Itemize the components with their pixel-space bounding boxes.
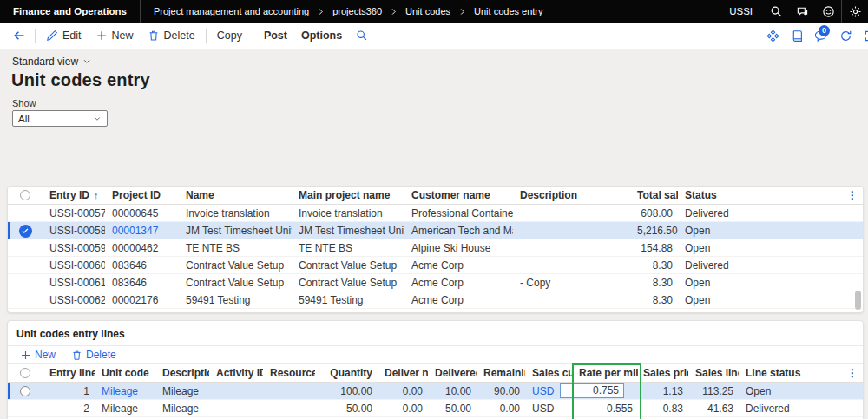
cell-rate-per-mile[interactable]: 0.555 bbox=[574, 400, 638, 417]
lines-delete-button[interactable]: Delete bbox=[64, 349, 123, 361]
column-header-unit-code[interactable]: Unit code bbox=[95, 364, 155, 382]
cell-resource[interactable] bbox=[263, 383, 315, 400]
cell-main-project-name[interactable]: JM Test Timesheet Unit C... bbox=[292, 222, 404, 239]
row-selector[interactable] bbox=[8, 291, 43, 309]
app-name[interactable]: Finance and Operations bbox=[0, 0, 141, 23]
column-header-description[interactable]: Description bbox=[155, 364, 209, 382]
view-selector[interactable]: Standard view bbox=[12, 56, 91, 68]
cell-customer-name[interactable]: Professional Containers a... bbox=[404, 205, 513, 222]
cell-project-id[interactable]: 00002176 bbox=[105, 291, 179, 309]
breadcrumb-item[interactable]: Unit codes bbox=[405, 6, 450, 16]
cell-activity-id[interactable] bbox=[209, 383, 263, 400]
cell-entry-id[interactable]: USSI-00062 bbox=[43, 291, 105, 309]
select-all-cell[interactable] bbox=[8, 187, 43, 204]
cell-customer-name[interactable]: Acme Corp bbox=[404, 291, 513, 309]
column-header-sales-price[interactable]: Sales price bbox=[638, 364, 688, 382]
cell-total-sales[interactable]: 8.30 bbox=[632, 274, 678, 291]
cell-name[interactable]: Contract Value Setup bbox=[179, 274, 292, 291]
cell-rate-per-mile[interactable]: 0.755 bbox=[574, 383, 638, 400]
toolbar-search-icon[interactable] bbox=[349, 23, 375, 49]
column-header-delivered[interactable]: Delivered ... bbox=[428, 364, 477, 382]
cell-resource[interactable] bbox=[263, 400, 315, 417]
refresh-icon[interactable] bbox=[833, 23, 858, 49]
column-header-sales-currency[interactable]: Sales curre... bbox=[525, 364, 574, 382]
cell-deliver-now[interactable]: 0.00 bbox=[378, 383, 428, 400]
breadcrumb-item[interactable]: projects360 bbox=[332, 6, 382, 16]
cell-entry-id[interactable]: USSI-00059 bbox=[43, 239, 105, 257]
cell-total-sales[interactable]: 8.30 bbox=[632, 257, 678, 274]
cell-status[interactable]: Delivered bbox=[678, 257, 842, 274]
cell-main-project-name[interactable]: Contract Value Setup bbox=[292, 257, 404, 274]
cell-deliver-now[interactable]: 0.00 bbox=[378, 400, 428, 417]
cell-sales-price[interactable]: 0.83 bbox=[638, 400, 688, 417]
column-header-status[interactable]: Status bbox=[678, 187, 842, 204]
cell-name[interactable]: TE NTE BS bbox=[179, 239, 292, 257]
cell-delivered[interactable]: 50.00 bbox=[428, 400, 477, 417]
lines-new-button[interactable]: New bbox=[13, 349, 62, 361]
messages-icon[interactable]: 0 bbox=[809, 23, 833, 49]
back-button[interactable] bbox=[7, 23, 31, 49]
column-header-name[interactable]: Name bbox=[179, 187, 292, 204]
cell-status[interactable]: Delivered bbox=[678, 205, 842, 222]
cell-name[interactable]: JM Test Timesheet Unit C... bbox=[179, 222, 292, 239]
column-header-resource[interactable]: Resource bbox=[263, 364, 315, 382]
copy-button[interactable]: Copy bbox=[210, 23, 249, 49]
show-filter-dropdown[interactable]: All bbox=[12, 110, 108, 127]
column-header-activity-id[interactable]: Activity ID bbox=[209, 364, 263, 382]
cell-quantity[interactable]: 50.00 bbox=[315, 400, 378, 417]
company-picker[interactable]: USSI bbox=[719, 6, 763, 16]
guide-book-icon[interactable] bbox=[785, 23, 809, 49]
cell-sales-line-amount[interactable]: 113.25 bbox=[688, 383, 739, 400]
expand-icon[interactable] bbox=[858, 23, 868, 49]
cell-description[interactable] bbox=[513, 222, 632, 239]
cell-status[interactable]: Open bbox=[678, 291, 842, 309]
cell-description[interactable] bbox=[513, 239, 632, 257]
cell-status[interactable]: Open bbox=[678, 274, 842, 291]
cell-project-id[interactable]: 00001347 bbox=[105, 222, 179, 239]
cell-unit-code[interactable]: Mileage bbox=[95, 400, 155, 417]
cell-entry-line[interactable]: 2 bbox=[43, 400, 95, 417]
table-row[interactable]: USSI-000620000217659491 Testing59491 Tes… bbox=[8, 291, 863, 309]
table-row[interactable]: USSI-0005700000645Invoice translationInv… bbox=[8, 205, 863, 222]
cell-sales-line-amount[interactable]: 41.63 bbox=[688, 400, 739, 417]
cell-name[interactable]: Invoice translation bbox=[179, 205, 292, 222]
cell-remaining[interactable]: 0.00 bbox=[477, 400, 525, 417]
cell-main-project-name[interactable]: TE NTE BS bbox=[292, 239, 404, 257]
lines-select-all-cell[interactable] bbox=[8, 364, 43, 382]
search-icon[interactable] bbox=[763, 0, 789, 23]
cell-description[interactable]: - Copy bbox=[513, 274, 632, 291]
cell-unit-code[interactable]: Mileage bbox=[95, 383, 155, 400]
related-records-icon[interactable] bbox=[760, 23, 785, 49]
lines-select-all-radio[interactable] bbox=[20, 368, 30, 378]
row-radio[interactable] bbox=[20, 386, 30, 396]
cell-project-id[interactable]: 00000645 bbox=[105, 205, 179, 222]
edit-button[interactable]: Edit bbox=[39, 23, 89, 49]
cell-remaining[interactable]: 90.00 bbox=[477, 383, 525, 400]
cell-customer-name[interactable]: Acme Corp bbox=[404, 274, 513, 291]
breadcrumb-item[interactable]: Unit codes entry bbox=[474, 6, 542, 16]
table-row[interactable]: USSI-00061083646Contract Value SetupCont… bbox=[8, 274, 863, 291]
cell-name[interactable]: 59491 Testing bbox=[179, 291, 292, 309]
row-selector[interactable] bbox=[8, 274, 43, 291]
delete-button[interactable]: Delete bbox=[141, 23, 202, 49]
row-selector[interactable] bbox=[8, 205, 43, 222]
column-header-quantity[interactable]: Quantity bbox=[315, 364, 378, 382]
row-selector[interactable] bbox=[8, 222, 43, 239]
cell-project-id[interactable]: 083646 bbox=[105, 257, 179, 274]
cell-sales-price[interactable]: 1.13 bbox=[638, 383, 688, 400]
cell-description[interactable] bbox=[513, 205, 632, 222]
cell-sales-currency[interactable]: USD bbox=[525, 400, 574, 417]
breadcrumb-item[interactable]: Project management and accounting bbox=[154, 6, 309, 16]
column-header-entry-id[interactable]: Entry ID↑ bbox=[43, 187, 105, 204]
cell-entry-id[interactable]: USSI-00061 bbox=[43, 274, 105, 291]
cell-total-sales[interactable]: 8.30 bbox=[632, 291, 678, 309]
column-header-project-id[interactable]: Project ID bbox=[105, 187, 179, 204]
settings-gear-icon[interactable] bbox=[842, 0, 868, 23]
cell-total-sales[interactable]: 608.00 bbox=[632, 205, 678, 222]
cell-customer-name[interactable]: Alpine Ski House bbox=[404, 239, 513, 257]
cell-main-project-name[interactable]: 59491 Testing bbox=[292, 291, 404, 309]
feedback-icon[interactable] bbox=[815, 0, 841, 23]
cell-line-status[interactable]: Delivered bbox=[739, 400, 842, 417]
cell-entry-id[interactable]: USSI-00060 bbox=[43, 257, 105, 274]
column-header-total-sales[interactable]: Total sales ... bbox=[632, 187, 678, 204]
